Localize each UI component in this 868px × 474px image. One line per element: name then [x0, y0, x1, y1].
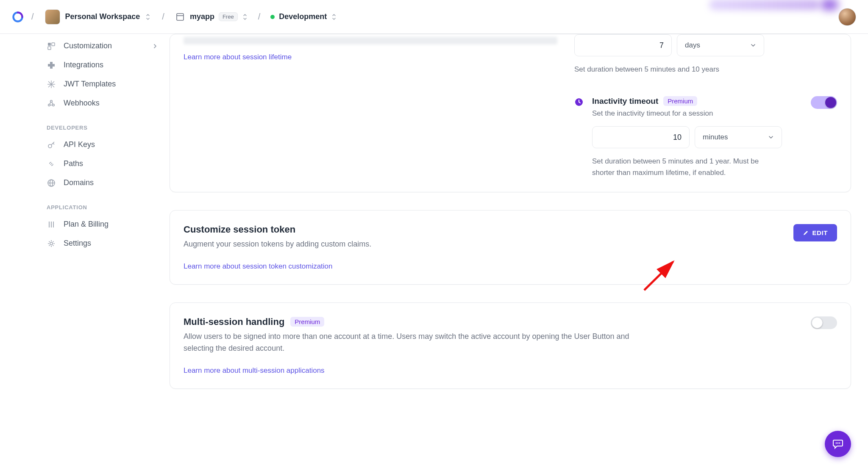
customize-token-title: Customize session token: [184, 224, 783, 235]
svg-point-23: [837, 443, 839, 444]
svg-point-24: [839, 443, 840, 444]
jwt-icon: [47, 80, 56, 89]
multi-session-title: Multi-session handling: [184, 316, 284, 327]
customize-token-desc: Augment your session tokens by adding cu…: [184, 238, 783, 250]
top-header: / Personal Workspace / myapp Free / Deve…: [0, 0, 868, 34]
sidebar-item-label: Plan & Billing: [64, 220, 108, 229]
svg-rect-0: [177, 14, 184, 20]
obscured-text: [184, 37, 557, 44]
webhooks-icon: [47, 99, 56, 108]
chevron-down-icon: [750, 42, 756, 48]
integrations-icon: [47, 61, 56, 70]
breadcrumb-separator: /: [161, 12, 165, 22]
session-lifetime-card: Learn more about session lifetime days S…: [170, 34, 851, 192]
svg-point-12: [48, 144, 52, 148]
link-icon: [47, 159, 56, 169]
sidebar-item-jwt-templates[interactable]: JWT Templates: [0, 75, 170, 94]
billing-icon: [47, 220, 56, 229]
sidebar-item-settings[interactable]: Settings: [0, 234, 170, 253]
max-lifetime-unit-select[interactable]: days: [677, 34, 764, 56]
sidebar-item-label: Settings: [64, 239, 91, 248]
sidebar-group-developers: Developers: [0, 113, 170, 135]
chevron-down-icon: [768, 134, 774, 140]
max-lifetime-unit-label: days: [685, 41, 700, 50]
learn-more-session-lifetime-link[interactable]: Learn more about session lifetime: [184, 53, 292, 61]
svg-point-19: [50, 242, 53, 245]
sidebar-item-label: Domains: [64, 178, 94, 187]
svg-rect-3: [52, 43, 55, 46]
sidebar-item-label: API Keys: [64, 140, 95, 149]
chevron-updown-icon: [145, 13, 151, 21]
chat-support-button[interactable]: [825, 431, 851, 457]
inactivity-timeout-input[interactable]: [592, 126, 690, 148]
premium-badge: Premium: [663, 96, 697, 106]
sidebar-item-label: Customization: [64, 42, 112, 50]
customize-session-token-card: Customize session token Augment your ses…: [170, 210, 851, 285]
sidebar-item-label: Paths: [64, 159, 83, 168]
svg-point-11: [53, 104, 55, 106]
sidebar-item-label: Integrations: [64, 61, 103, 69]
inactivity-timeout-section: Inactivity timeout Premium Set the inact…: [574, 96, 837, 178]
toggle-knob: [812, 317, 823, 328]
svg-rect-4: [48, 47, 51, 50]
learn-more-token-customization-link[interactable]: Learn more about session token customiza…: [184, 262, 333, 270]
sidebar-item-label: JWT Templates: [64, 80, 116, 89]
obscured-header-area: [821, 0, 838, 10]
sidebar-item-api-keys[interactable]: API Keys: [0, 135, 170, 154]
app-icon: [175, 11, 186, 22]
environment-name: Development: [279, 12, 327, 21]
customization-icon: [47, 42, 56, 51]
chevron-updown-icon: [331, 13, 337, 21]
sidebar-nav: Customization Integrations JWT Templates…: [0, 34, 170, 474]
chat-icon: [832, 438, 844, 450]
main-content: Learn more about session lifetime days S…: [170, 34, 868, 474]
environment-status-dot: [270, 15, 275, 19]
chevron-updown-icon: [242, 13, 248, 21]
max-lifetime-input[interactable]: [574, 34, 672, 56]
environment-switcher[interactable]: Development: [268, 11, 339, 23]
inactivity-timeout-unit-select[interactable]: minutes: [695, 126, 782, 148]
product-logo[interactable]: [12, 11, 24, 23]
sidebar-item-integrations[interactable]: Integrations: [0, 55, 170, 75]
app-name: myapp: [190, 12, 214, 21]
sidebar-item-webhooks[interactable]: Webhooks: [0, 94, 170, 113]
multi-session-handling-card: Multi-session handling Premium Allow use…: [170, 302, 851, 389]
max-lifetime-input-row: days: [574, 34, 837, 56]
multi-session-desc: Allow users to be signed into more than …: [184, 331, 645, 355]
clock-icon: [574, 97, 584, 107]
app-plan-badge: Free: [219, 12, 238, 21]
svg-point-9: [50, 100, 53, 102]
edit-button-label: EDIT: [812, 229, 828, 236]
inactivity-timeout-helper: Set duration between 5 minutes and 1 yea…: [592, 156, 779, 178]
breadcrumb-separator: /: [257, 12, 262, 22]
learn-more-multi-session-link[interactable]: Learn more about multi-session applicati…: [184, 366, 325, 374]
inactivity-unit-label: minutes: [703, 133, 728, 141]
svg-rect-2: [48, 43, 51, 46]
workspace-switcher[interactable]: Personal Workspace: [42, 8, 155, 26]
svg-point-22: [836, 443, 837, 444]
user-avatar[interactable]: [838, 8, 856, 26]
gear-icon: [47, 239, 56, 248]
obscured-header-area: [709, 0, 819, 10]
max-lifetime-helper: Set duration between 5 minutes and 10 ye…: [574, 64, 837, 75]
workspace-name: Personal Workspace: [65, 12, 140, 21]
globe-icon: [47, 178, 56, 188]
breadcrumb-separator: /: [31, 12, 35, 22]
workspace-avatar: [45, 9, 60, 25]
sidebar-item-customization[interactable]: Customization: [0, 36, 170, 55]
inactivity-timeout-desc: Set the inactivity timeout for a session: [592, 109, 802, 118]
multi-session-toggle[interactable]: [811, 316, 837, 329]
inactivity-timeout-toggle[interactable]: [811, 96, 837, 109]
app-switcher[interactable]: myapp Free: [172, 10, 250, 24]
sidebar-group-application: Application: [0, 192, 170, 215]
premium-badge: Premium: [290, 317, 324, 327]
key-icon: [47, 140, 56, 150]
toggle-knob: [825, 97, 836, 108]
edit-session-token-button[interactable]: EDIT: [793, 224, 837, 241]
inactivity-input-row: minutes: [592, 126, 802, 148]
inactivity-timeout-title: Inactivity timeout: [592, 97, 658, 106]
sidebar-item-label: Webhooks: [64, 99, 100, 108]
sidebar-item-plan-billing[interactable]: Plan & Billing: [0, 215, 170, 234]
sidebar-item-domains[interactable]: Domains: [0, 173, 170, 192]
sidebar-item-paths[interactable]: Paths: [0, 154, 170, 173]
